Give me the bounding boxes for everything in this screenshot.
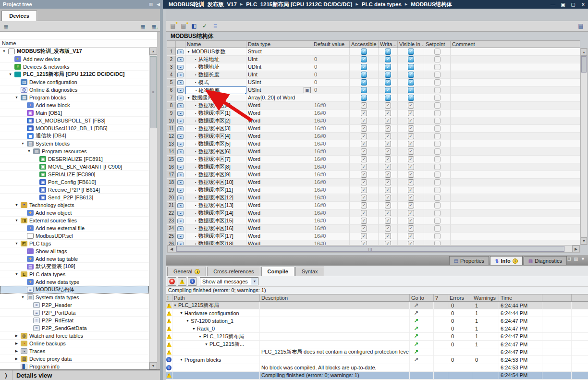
writable-checkbox[interactable]: ✓ xyxy=(385,72,391,78)
tree-item[interactable]: ▼PLC_1215新布局 [CPU 1212C DC/DC/DC] xyxy=(0,71,149,78)
setpoint-checkbox[interactable] xyxy=(434,118,441,124)
writable-checkbox[interactable]: ✓ xyxy=(385,64,391,70)
collapse-icon[interactable]: ▼ xyxy=(180,311,183,315)
datatype-cell[interactable]: Word xyxy=(246,156,312,163)
table-row[interactable]: 4◄▪数据长度UInt0✓✓✓ xyxy=(167,71,580,79)
writable-checkbox[interactable]: ✓ xyxy=(385,49,391,55)
comment-cell[interactable] xyxy=(451,186,580,194)
name-cell[interactable]: ▪数据缓冲区[0] xyxy=(185,102,246,110)
default-value-cell[interactable]: 16#0 xyxy=(312,240,350,245)
tree-item[interactable]: ▣LX_MODBUSPOLL_ST [FB3] xyxy=(0,117,149,124)
default-value-cell[interactable]: 16#0 xyxy=(312,110,350,117)
writable-checkbox[interactable]: ✓ xyxy=(385,233,391,239)
writable-checkbox[interactable]: ✓ xyxy=(385,56,391,62)
goto-cell[interactable]: ↗ xyxy=(410,333,434,340)
column-header[interactable]: Comment xyxy=(451,41,580,48)
collapse-icon[interactable]: ▼ xyxy=(14,272,19,276)
table-row[interactable]: 20◄▪数据缓冲区[12]Word16#0✓✓✓ xyxy=(167,194,580,202)
visible-checkbox[interactable]: ✓ xyxy=(408,241,414,245)
collapse-icon[interactable]: ▼ xyxy=(187,48,190,55)
comment-cell[interactable] xyxy=(451,194,580,202)
tab-info[interactable]: Infoi xyxy=(490,256,523,265)
default-value-cell[interactable]: 0 xyxy=(312,71,350,79)
default-value-cell[interactable]: 0 xyxy=(312,79,350,86)
tree-item[interactable]: ModbusUDP.scl xyxy=(0,232,149,240)
writable-checkbox[interactable]: ✓ xyxy=(385,87,391,93)
name-cell[interactable]: ▼MODBUS参数 xyxy=(185,48,246,56)
tree-item[interactable]: ≔Show all tags xyxy=(0,247,149,255)
visible-checkbox[interactable]: ✓ xyxy=(408,233,414,239)
datatype-cell[interactable]: Word xyxy=(246,217,312,225)
table-row[interactable]: 23◄▪数据缓冲区[15]Word16#0✓✓✓ xyxy=(167,217,580,225)
default-value-cell[interactable]: 16#0 xyxy=(312,133,350,140)
goto-arrow-icon[interactable]: ↗ xyxy=(414,310,418,317)
visible-checkbox[interactable]: ✓ xyxy=(408,156,414,162)
goto-cell[interactable]: ↗ xyxy=(410,309,434,317)
datatype-cell[interactable]: Word xyxy=(246,179,312,186)
visible-checkbox[interactable]: ✓ xyxy=(408,141,414,147)
column-header[interactable]: Description xyxy=(260,294,410,301)
comment-cell[interactable] xyxy=(451,86,580,94)
datatype-cell[interactable]: Word xyxy=(246,202,312,209)
accessible-checkbox[interactable]: ✓ xyxy=(361,156,367,162)
default-value-cell[interactable]: 16#0 xyxy=(312,209,350,217)
name-cell[interactable]: ▪数据缓冲区[4] xyxy=(185,133,246,140)
goto-cell[interactable]: ↗ xyxy=(410,348,434,355)
accessible-checkbox[interactable]: ✓ xyxy=(361,225,367,232)
tree-item[interactable]: QOnline & diagnostics xyxy=(0,86,149,94)
goto-arrow-icon[interactable]: ↗ xyxy=(414,333,418,340)
writable-checkbox[interactable]: ✓ xyxy=(385,95,391,101)
column-header[interactable]: Errors xyxy=(448,294,472,301)
accessible-checkbox[interactable]: ✓ xyxy=(361,133,367,139)
warning-filter-button[interactable] xyxy=(178,277,186,286)
comment-cell[interactable] xyxy=(451,225,580,233)
datatype-cell[interactable]: Word xyxy=(246,133,312,140)
tree-item[interactable]: ◼通信块 [DB4] xyxy=(0,132,149,140)
collapse-icon[interactable]: ▼ xyxy=(26,149,32,153)
tree-item[interactable]: ▼MODBUS轮训_发布版_V17 xyxy=(0,48,149,55)
tree-item[interactable]: ▼*Technology objects xyxy=(0,201,149,209)
default-value-cell[interactable]: 16#0 xyxy=(312,194,350,202)
setpoint-checkbox[interactable] xyxy=(434,172,441,178)
writable-checkbox[interactable]: ✓ xyxy=(385,179,391,185)
split-editor-icon[interactable] xyxy=(576,23,585,30)
accessible-checkbox[interactable]: ✓ xyxy=(361,95,367,101)
comment-cell[interactable] xyxy=(451,102,580,110)
setpoint-checkbox[interactable] xyxy=(434,87,441,93)
collapse-icon[interactable]: ▼ xyxy=(198,335,202,338)
accessible-checkbox[interactable]: ✓ xyxy=(361,110,367,116)
writable-checkbox[interactable]: ✓ xyxy=(385,225,391,232)
compile-row[interactable]: ▼PLC_1215新布局↗016:24:44 PM xyxy=(166,302,588,309)
outline-icon[interactable] xyxy=(211,23,220,30)
datatype-cell[interactable]: Word xyxy=(246,225,312,233)
comment-cell[interactable] xyxy=(451,79,580,86)
default-value-cell[interactable]: 16#0 xyxy=(312,186,350,194)
float-panel-icon[interactable]: ❏ xyxy=(567,257,571,261)
tree-item[interactable]: ▶▨Device proxy data xyxy=(0,355,149,363)
table-row[interactable]: 1◄▼MODBUS参数Struct✓✓✓ xyxy=(167,48,580,56)
name-cell[interactable]: ▪数据缓冲区[16] xyxy=(185,225,246,233)
error-filter-button[interactable] xyxy=(168,277,176,286)
setpoint-checkbox[interactable] xyxy=(434,49,441,55)
setpoint-checkbox[interactable] xyxy=(434,79,441,86)
accessible-checkbox[interactable]: ✓ xyxy=(361,148,367,155)
name-cell[interactable]: ▪数据缓冲区[3] xyxy=(185,125,246,133)
name-edit-field[interactable]: ▪轮询频率 xyxy=(185,86,246,94)
collapse-icon[interactable]: ▼ xyxy=(14,96,19,99)
collapse-icon[interactable]: ▼ xyxy=(1,49,7,53)
writable-checkbox[interactable]: ✓ xyxy=(385,202,391,208)
name-cell[interactable]: ▪数据缓冲区[1] xyxy=(185,110,246,117)
maximize-icon[interactable] xyxy=(570,2,576,7)
accessible-checkbox[interactable]: ✓ xyxy=(361,118,367,124)
goto-cell[interactable]: ↗ xyxy=(410,325,434,332)
tree-item[interactable]: ▣MOVE_BLK_VARIANT [FC900] xyxy=(0,163,149,171)
comment-cell[interactable] xyxy=(451,240,580,245)
comment-cell[interactable] xyxy=(451,156,580,163)
editor-scroll-thumb[interactable] xyxy=(581,56,587,73)
column-header[interactable]: Name xyxy=(185,41,246,48)
comment-cell[interactable] xyxy=(451,133,580,140)
compile-row[interactable]: ▼Hardware configuration↗016:24:44 PM xyxy=(166,309,588,317)
horizontal-scroll-thumb[interactable]: ||| xyxy=(176,246,564,252)
accessible-checkbox[interactable]: ✓ xyxy=(361,187,367,193)
expand-icon[interactable]: ▶ xyxy=(14,342,19,345)
